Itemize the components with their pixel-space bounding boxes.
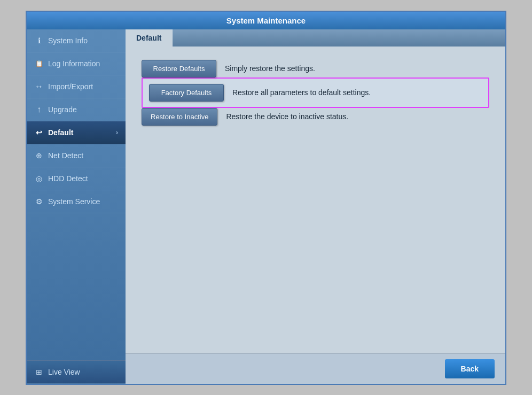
sidebar-item-system-service[interactable]: System Service (27, 190, 126, 213)
sidebar-label-system-service: System Service (48, 197, 100, 206)
footer: Back (126, 353, 505, 384)
upgrade-icon (34, 105, 44, 114)
sidebar-item-net-detect[interactable]: Net Detect (27, 144, 126, 167)
back-label: Back (461, 365, 479, 373)
back-button[interactable]: Back (445, 359, 495, 378)
default-icon (34, 128, 44, 137)
sidebar-liveview-label: Live View (48, 368, 80, 376)
sidebar-item-log-information[interactable]: Log Information (27, 52, 126, 75)
tab-default[interactable]: Default (126, 29, 173, 47)
action-row-restore-defaults: Restore DefaultsSimply restore the setti… (142, 60, 489, 78)
restore-defaults-description: Simply restore the settings. (225, 64, 315, 73)
log-icon (34, 59, 44, 68)
sidebar-item-live-view[interactable]: Live View (27, 360, 126, 384)
sidebar-item-system-info[interactable]: System Info (27, 29, 126, 52)
info-icon (34, 36, 44, 45)
sidebar-label-net-detect: Net Detect (48, 151, 83, 160)
sidebar-label-upgrade: Upgrade (48, 105, 77, 114)
sidebar-item-hdd-detect[interactable]: HDD Detect (27, 167, 126, 190)
restore-inactive-description: Restore the device to inactive status. (226, 112, 348, 121)
import-icon (34, 82, 44, 91)
sidebar: System InfoLog InformationImport/ExportU… (27, 29, 126, 384)
sidebar-label-default: Default (48, 128, 73, 137)
window-title: System Maintenance (226, 16, 306, 25)
content-area: System InfoLog InformationImport/ExportU… (27, 29, 505, 384)
action-row-restore-inactive: Restore to InactiveRestore the device to… (142, 108, 489, 126)
service-icon (34, 197, 44, 206)
factory-defaults-description: Restore all parameters to default settin… (232, 88, 371, 97)
main-window: System Maintenance System InfoLog Inform… (26, 11, 506, 385)
netdetect-icon (34, 151, 44, 160)
sidebar-item-upgrade[interactable]: Upgrade (27, 98, 126, 121)
tab-bar: Default (126, 29, 505, 47)
restore-defaults-button[interactable]: Restore Defaults (142, 60, 216, 78)
sidebar-label-import-export: Import/Export (48, 82, 93, 91)
sidebar-item-default[interactable]: Default› (27, 121, 126, 144)
sidebar-label-log-information: Log Information (48, 59, 100, 68)
sidebar-nav: System InfoLog InformationImport/ExportU… (27, 29, 126, 213)
title-bar: System Maintenance (27, 12, 505, 29)
action-row-factory-defaults: Factory DefaultsRestore all parameters t… (142, 78, 489, 108)
restore-inactive-button[interactable]: Restore to Inactive (142, 108, 217, 126)
actions-list: Restore DefaultsSimply restore the setti… (142, 60, 489, 126)
liveview-icon (34, 367, 44, 377)
sidebar-label-hdd-detect: HDD Detect (48, 174, 88, 183)
hdd-icon (34, 174, 44, 183)
chevron-right-icon: › (116, 129, 118, 136)
tab-default-label: Default (136, 34, 161, 42)
main-panel: Default Restore DefaultsSimply restore t… (126, 29, 505, 384)
default-content: Restore DefaultsSimply restore the setti… (126, 47, 505, 353)
sidebar-bottom: Live View (27, 360, 126, 384)
sidebar-label-system-info: System Info (48, 36, 88, 45)
factory-defaults-button[interactable]: Factory Defaults (149, 84, 224, 102)
sidebar-item-import-export[interactable]: Import/Export (27, 75, 126, 98)
